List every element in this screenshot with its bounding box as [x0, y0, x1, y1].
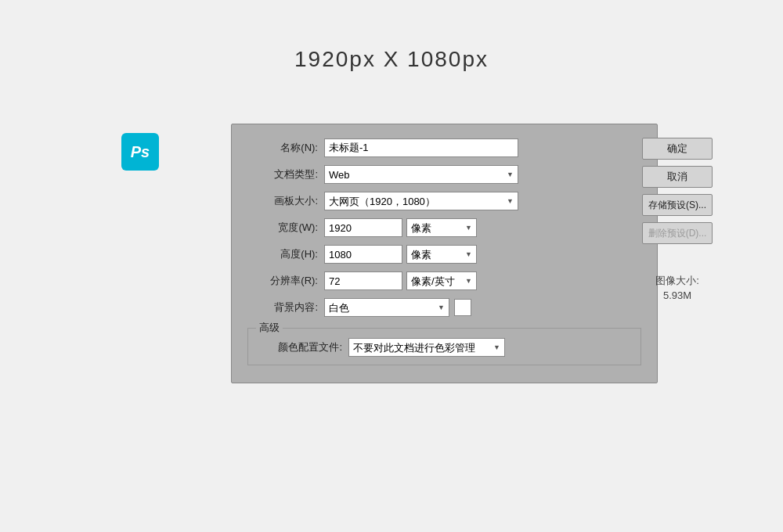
resolution-row: 分辨率(R): 像素/英寸 [247, 271, 641, 290]
cancel-button[interactable]: 取消 [642, 166, 713, 188]
advanced-legend: 高级 [256, 321, 283, 335]
height-unit-select[interactable]: 像素 [406, 245, 477, 264]
name-row: 名称(N): [247, 138, 641, 157]
save-preset-button[interactable]: 存储预设(S)... [642, 194, 713, 216]
image-size-info: 图像大小: 5.93M [642, 274, 713, 301]
image-size-label: 图像大小: [642, 274, 713, 288]
width-label: 宽度(W): [247, 221, 318, 235]
canvas-select[interactable]: 大网页（1920，1080） [324, 192, 518, 210]
resolution-unit-wrapper: 像素/英寸 [406, 271, 477, 290]
color-profile-label: 颜色配置文件: [256, 340, 342, 354]
delete-preset-button[interactable]: 删除预设(D)... [642, 222, 713, 244]
resolution-unit-select[interactable]: 像素/英寸 [406, 271, 477, 290]
resolution-input[interactable] [324, 271, 402, 290]
page-title: 1920px X 1080px [0, 0, 783, 72]
color-profile-select[interactable]: 不要对此文档进行色彩管理 [348, 338, 505, 357]
doc-type-row: 文档类型: Web [247, 165, 641, 184]
bg-select-wrapper: 白色 [324, 298, 449, 317]
width-unit-wrapper: 像素 [406, 218, 477, 237]
bg-label: 背景内容: [247, 300, 318, 315]
canvas-label: 画板大小: [247, 194, 318, 208]
image-size-value: 5.93M [642, 289, 713, 301]
new-document-dialog: 名称(N): 文档类型: Web 画板大小: 大网页（1920，1080） 宽度… [231, 124, 658, 383]
doc-type-label: 文档类型: [247, 167, 318, 182]
height-unit-wrapper: 像素 [406, 245, 477, 264]
height-row: 高度(H): 像素 [247, 245, 641, 264]
bg-select[interactable]: 白色 [324, 298, 449, 317]
canvas-select-wrapper: 大网页（1920，1080） [324, 192, 518, 210]
width-row: 宽度(W): 像素 [247, 218, 641, 237]
confirm-button[interactable]: 确定 [642, 138, 713, 160]
name-label: 名称(N): [247, 141, 318, 155]
color-profile-row: 颜色配置文件: 不要对此文档进行色彩管理 [256, 338, 633, 357]
ps-icon: Ps [121, 133, 159, 171]
advanced-section: 高级 颜色配置文件: 不要对此文档进行色彩管理 [247, 328, 641, 365]
name-input[interactable] [324, 138, 518, 157]
doc-type-select-wrapper: Web [324, 165, 518, 184]
color-swatch[interactable] [454, 299, 471, 316]
width-input[interactable] [324, 218, 402, 237]
color-profile-select-wrapper: 不要对此文档进行色彩管理 [348, 338, 505, 357]
canvas-size-row: 画板大小: 大网页（1920，1080） [247, 192, 641, 210]
bg-content-row: 背景内容: 白色 [247, 298, 641, 317]
height-label: 高度(H): [247, 247, 318, 261]
buttons-column: 确定 取消 存储预设(S)... 删除预设(D)... 图像大小: 5.93M [642, 138, 713, 301]
resolution-label: 分辨率(R): [247, 274, 318, 288]
ps-icon-wrapper: Ps [121, 133, 159, 171]
height-input[interactable] [324, 245, 402, 264]
width-unit-select[interactable]: 像素 [406, 218, 477, 237]
doc-type-select[interactable]: Web [324, 165, 518, 184]
